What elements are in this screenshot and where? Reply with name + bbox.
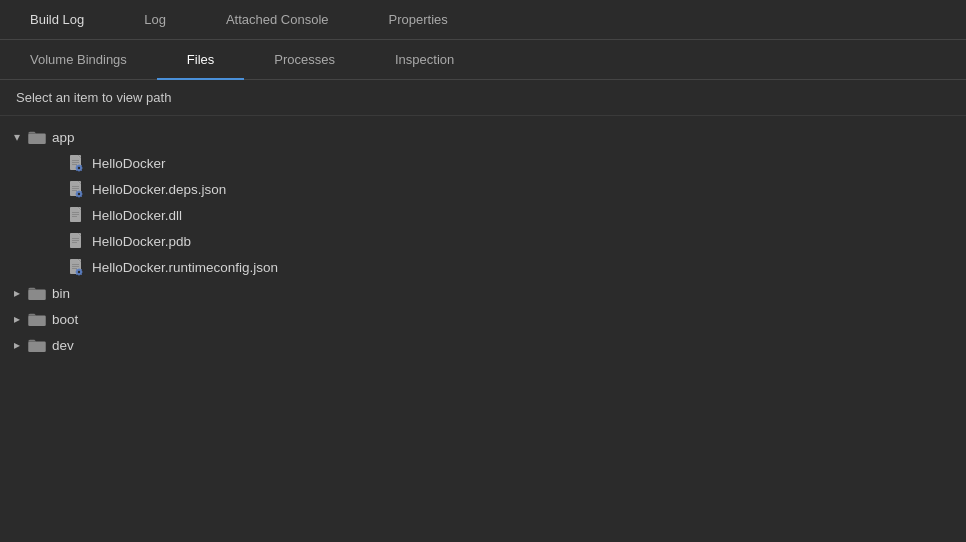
file-tree: app HelloDocker HelloDocke — [0, 116, 966, 366]
svg-rect-56 — [28, 290, 46, 301]
file-gear-icon — [66, 180, 88, 198]
tab-properties[interactable]: Properties — [359, 0, 478, 39]
svg-rect-34 — [72, 214, 79, 215]
file-gear-icon — [66, 154, 88, 172]
tab-inspection[interactable]: Inspection — [365, 40, 484, 79]
folder-icon — [26, 310, 48, 328]
tab-processes[interactable]: Processes — [244, 40, 365, 79]
file-gear-icon — [66, 258, 88, 276]
svg-rect-3 — [72, 160, 79, 161]
svg-rect-24 — [78, 196, 79, 197]
item-label-hellodocker-exe: HelloDocker — [92, 156, 166, 171]
item-label-boot: boot — [52, 312, 78, 327]
svg-rect-48 — [78, 268, 79, 269]
item-label-app: app — [52, 130, 75, 145]
folder-icon — [26, 284, 48, 302]
tree-item-hellodocker-runtime[interactable]: HelloDocker.runtimeconfig.json — [0, 254, 966, 280]
folder-icon — [26, 336, 48, 354]
tab-volume-bindings[interactable]: Volume Bindings — [0, 40, 157, 79]
svg-rect-4 — [72, 162, 79, 163]
svg-rect-43 — [72, 264, 79, 265]
tree-item-bin[interactable]: bin — [0, 280, 966, 306]
svg-rect-25 — [76, 193, 77, 194]
svg-rect-40 — [72, 242, 77, 243]
path-bar: Select an item to view path — [0, 80, 966, 116]
item-label-hellodocker-pdb: HelloDocker.pdb — [92, 234, 191, 249]
svg-rect-58 — [28, 342, 46, 353]
folder-icon — [26, 128, 48, 146]
tab-row-2: Volume BindingsFilesProcessesInspection — [0, 40, 966, 80]
svg-rect-23 — [78, 190, 79, 191]
svg-rect-49 — [78, 274, 79, 275]
svg-rect-38 — [72, 238, 79, 239]
item-label-hellodocker-runtime: HelloDocker.runtimeconfig.json — [92, 260, 278, 275]
svg-rect-57 — [28, 316, 46, 327]
chevron-bin[interactable] — [8, 284, 26, 302]
tab-build-log[interactable]: Build Log — [0, 0, 114, 39]
svg-rect-0 — [28, 134, 46, 145]
svg-rect-44 — [72, 266, 79, 267]
svg-rect-45 — [72, 268, 77, 269]
tree-item-dev[interactable]: dev — [0, 332, 966, 358]
chevron-dev[interactable] — [8, 336, 26, 354]
item-label-bin: bin — [52, 286, 70, 301]
svg-rect-10 — [76, 167, 77, 168]
path-bar-text: Select an item to view path — [16, 90, 171, 105]
tab-attached-console[interactable]: Attached Console — [196, 0, 359, 39]
tree-item-hellodocker-pdb[interactable]: HelloDocker.pdb — [0, 228, 966, 254]
svg-rect-9 — [78, 170, 79, 171]
tree-item-hellodocker-deps[interactable]: HelloDocker.deps.json — [0, 176, 966, 202]
tab-row-1: Build LogLogAttached ConsoleProperties — [0, 0, 966, 40]
svg-rect-39 — [72, 240, 79, 241]
tree-item-hellodocker-exe[interactable]: HelloDocker — [0, 150, 966, 176]
svg-point-22 — [78, 192, 80, 194]
svg-rect-26 — [81, 193, 82, 194]
file-icon — [66, 206, 88, 224]
tab-files[interactable]: Files — [157, 40, 244, 79]
svg-rect-8 — [78, 164, 79, 165]
svg-rect-51 — [81, 271, 82, 272]
svg-rect-19 — [72, 188, 79, 189]
svg-rect-33 — [72, 212, 79, 213]
chevron-app[interactable] — [8, 128, 26, 146]
svg-rect-50 — [76, 271, 77, 272]
svg-rect-35 — [72, 216, 77, 217]
item-label-hellodocker-dll: HelloDocker.dll — [92, 208, 182, 223]
tree-item-boot[interactable]: boot — [0, 306, 966, 332]
svg-rect-20 — [72, 190, 77, 191]
svg-point-7 — [78, 166, 80, 168]
svg-rect-11 — [81, 167, 82, 168]
svg-rect-5 — [72, 164, 77, 165]
svg-point-47 — [78, 270, 80, 272]
tab-log[interactable]: Log — [114, 0, 196, 39]
svg-rect-18 — [72, 186, 79, 187]
item-label-hellodocker-deps: HelloDocker.deps.json — [92, 182, 226, 197]
item-label-dev: dev — [52, 338, 74, 353]
file-icon — [66, 232, 88, 250]
tree-item-hellodocker-dll[interactable]: HelloDocker.dll — [0, 202, 966, 228]
chevron-boot[interactable] — [8, 310, 26, 328]
tree-item-app[interactable]: app — [0, 124, 966, 150]
